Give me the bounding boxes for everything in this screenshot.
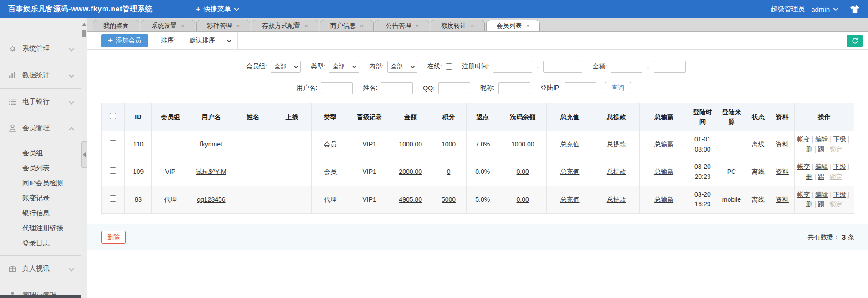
sidebar-item-members[interactable]: 会员管理 [0,115,81,141]
scroll-thumb[interactable] [82,30,86,37]
action-kick[interactable]: 踢 [818,173,830,180]
wash-balance-link[interactable]: 0.00 [517,196,529,203]
points-link[interactable]: 1000 [442,141,456,148]
total-winloss-link[interactable]: 总输赢 [654,196,673,203]
username-link[interactable]: qq123456 [197,196,225,203]
points-link[interactable]: 0 [447,168,451,175]
total-withdraw-link[interactable]: 总提款 [607,168,626,175]
username-input[interactable] [321,82,353,94]
sidebar-item-same-ip-check[interactable]: 同IP会员检测 [0,175,81,190]
username-link[interactable]: fkymnet [200,141,222,148]
sort-select[interactable]: 默认排序 [182,32,238,49]
tab-system-settings[interactable]: 系统设置× [141,20,195,31]
amount-link[interactable]: 1000.00 [399,141,422,148]
delete-button[interactable]: 删除 [101,231,126,244]
chevron-down-icon [69,73,74,78]
profile-link[interactable]: 资料 [776,196,789,203]
name-input[interactable] [381,82,413,94]
action-delete[interactable]: 删 [806,146,818,153]
total-deposit-link[interactable]: 总充值 [560,141,579,148]
sidebar-item-login-log[interactable]: 登录日志 [0,235,81,251]
sidebar-item-agent-reg-link[interactable]: 代理注册链接 [0,220,81,235]
add-member-button[interactable]: + 添加会员 [101,34,148,47]
username-label: 用户名: [297,84,318,92]
action-delete[interactable]: 删 [806,200,818,208]
scroll-up-icon[interactable] [82,23,87,26]
nickname-input[interactable] [498,82,530,94]
theme-tshirt-icon[interactable] [850,5,860,13]
close-icon[interactable]: × [526,22,530,29]
tab-lottery-management[interactable]: 彩种管理× [196,20,251,31]
sidebar-collapse-handle[interactable] [81,141,87,168]
refresh-button[interactable] [847,35,863,47]
sidebar-item-member-list[interactable]: 会员列表 [0,160,81,175]
tab-deposit-config[interactable]: 存款方式配置× [252,20,318,31]
wash-balance-link[interactable]: 0.00 [517,168,529,175]
select-all-checkbox[interactable] [110,113,116,119]
sidebar-item-system[interactable]: 系统管理 [0,36,81,62]
quick-menu-button[interactable]: + 快捷菜单 [196,5,238,14]
action-delete[interactable]: 删 [806,173,818,180]
action-kick[interactable]: 踢 [818,200,830,208]
action-lock[interactable]: 锁定 [830,173,842,180]
action-lock[interactable]: 锁定 [830,146,842,153]
amount-max-input[interactable] [654,61,686,73]
sidebar-item-member-groups[interactable]: 会员组 [0,145,81,160]
row-checkbox[interactable] [110,167,116,174]
profile-link[interactable]: 资料 [776,141,789,148]
tab-merchant-info[interactable]: 商户信息× [320,20,374,31]
total-withdraw-link[interactable]: 总提款 [607,196,626,203]
sidebar-item-account-changes[interactable]: 账变记录 [0,190,81,205]
total-deposit-link[interactable]: 总充值 [560,168,579,175]
sidebar-item-ebank[interactable]: 电子银行 [0,89,81,115]
action-edit[interactable]: 编辑 [815,136,833,143]
member-group-select[interactable]: 全部 [271,61,301,73]
action-subordinates[interactable]: 下级 [833,163,852,170]
sidebar-item-statistics[interactable]: 数据统计 [0,62,81,88]
action-edit[interactable]: 编辑 [815,163,833,170]
tab-member-list[interactable]: 会员列表× [486,20,540,31]
close-icon[interactable]: × [415,22,419,29]
amount-min-input[interactable] [611,61,642,73]
close-icon[interactable]: × [471,22,474,29]
sidebar-item-live-video[interactable]: 真人视讯 [0,256,81,282]
action-edit[interactable]: 编辑 [815,191,833,198]
close-icon[interactable]: × [360,22,364,29]
tab-my-desktop[interactable]: 我的桌面 [93,20,139,31]
close-icon[interactable]: × [181,22,185,29]
action-subordinates[interactable]: 下级 [833,136,852,143]
login-ip-input[interactable] [565,82,596,94]
reg-time-end-input[interactable] [543,61,582,73]
total-winloss-link[interactable]: 总输赢 [654,168,673,175]
type-select[interactable]: 全部 [329,61,359,73]
action-subordinates[interactable]: 下级 [833,191,852,198]
action-account-change[interactable]: 帐变 [797,163,816,170]
sidebar-item-bank-info[interactable]: 银行信息 [0,205,81,220]
action-lock[interactable]: 锁定 [830,200,842,208]
query-button[interactable]: 查询 [605,82,631,94]
profile-link[interactable]: 资料 [776,168,789,175]
action-account-change[interactable]: 帐变 [797,136,816,143]
points-link[interactable]: 5000 [442,196,456,203]
tab-announcements[interactable]: 公告管理× [375,20,429,31]
wash-balance-link[interactable]: 1000.00 [511,141,534,148]
tab-quota-transfer[interactable]: 额度转让× [431,20,485,31]
reg-time-start-input[interactable] [493,61,532,73]
total-winloss-link[interactable]: 总输赢 [654,141,673,148]
amount-link[interactable]: 4905.80 [399,196,422,203]
close-icon[interactable]: × [304,22,308,29]
row-checkbox[interactable] [110,140,116,146]
action-kick[interactable]: 踢 [818,146,830,153]
action-account-change[interactable]: 帐变 [797,191,816,198]
online-checkbox[interactable] [446,63,452,70]
total-deposit-link[interactable]: 总充值 [560,196,579,203]
amount-link[interactable]: 2000.00 [399,168,422,175]
internal-select[interactable]: 全部 [387,61,417,73]
collapse-left-icon [83,152,86,157]
username-link[interactable]: 试玩$^Y-M [196,168,226,175]
user-menu-button[interactable]: admin [811,5,837,13]
close-icon[interactable]: × [236,22,240,29]
total-withdraw-link[interactable]: 总提款 [607,141,626,148]
row-checkbox[interactable] [110,195,116,202]
qq-input[interactable] [438,82,470,94]
